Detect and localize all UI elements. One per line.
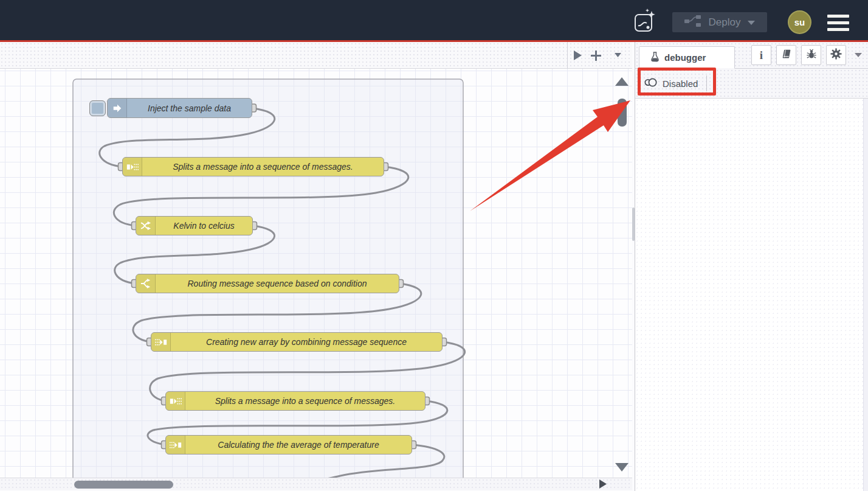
node-label: Calculating the the average of temperatu…: [185, 436, 412, 454]
node-label: Kelvin to celcius: [156, 217, 252, 235]
flow-node-join[interactable]: Creating new array by combining message …: [151, 332, 443, 352]
library-button[interactable]: [776, 45, 796, 65]
bug-icon: [806, 49, 817, 62]
deploy-button[interactable]: Deploy: [672, 12, 767, 32]
deploy-label: Deploy: [709, 16, 741, 29]
node-label: Inject the sample data: [127, 99, 252, 117]
node-label: Creating new array by combining message …: [171, 333, 442, 351]
workspace-canvas: Inject the sample dataSplits a message i…: [0, 42, 632, 491]
tab-bar-separator: [567, 42, 568, 69]
hamburger-icon: [827, 15, 849, 18]
debug-button[interactable]: [801, 45, 821, 65]
settings-button[interactable]: [826, 45, 846, 65]
avatar-initials: su: [794, 17, 805, 27]
flow-node-split[interactable]: Splits a message into a sequence of mess…: [165, 391, 425, 411]
sidebar-scrollbar-track[interactable]: [863, 99, 868, 491]
canvas-scroll-up-button[interactable]: [615, 77, 629, 86]
deploy-menu-chevron-icon[interactable]: [748, 17, 755, 28]
scroll-tabs-right-button[interactable]: [570, 42, 585, 69]
flow-node-switch[interactable]: Routing message sequence based on condit…: [136, 274, 399, 293]
inject-node-button[interactable]: [89, 100, 106, 116]
deploy-icon: [684, 15, 701, 30]
tab-debugger-label: debugger: [664, 52, 706, 63]
canvas-vertical-scrollbar-thumb[interactable]: [618, 99, 627, 127]
debugger-toolbar: Disabled: [635, 69, 868, 99]
change-node-icon: [136, 217, 156, 235]
gear-icon: [830, 48, 842, 62]
debugger-panel-content: [635, 99, 868, 491]
flow-grid[interactable]: Inject the sample dataSplits a message i…: [0, 69, 632, 478]
node-label: Splits a message into a sequence of mess…: [185, 392, 425, 410]
workspace-tab-bar: [0, 42, 632, 69]
flow-node-split[interactable]: Splits a message into a sequence of mess…: [122, 157, 384, 176]
ai-assistant-icon[interactable]: [633, 8, 657, 33]
header-bar: Deploy su: [0, 0, 868, 40]
sidebar-tab-bar: debugger i: [635, 42, 868, 69]
canvas-scroll-right-button[interactable]: [599, 479, 607, 491]
node-label: Routing message sequence based on condit…: [156, 274, 399, 293]
tab-debugger[interactable]: debugger: [639, 46, 735, 69]
canvas-scroll-down-button[interactable]: [615, 463, 629, 472]
switch-node-icon: [136, 274, 156, 293]
info-button[interactable]: i: [751, 45, 771, 65]
flow-node-join[interactable]: Calculating the the average of temperatu…: [165, 435, 412, 454]
toggle-off-icon: [644, 77, 658, 89]
sidebar-menu-chevron-icon[interactable]: [855, 53, 862, 58]
flow-wiring-layer: [0, 69, 632, 478]
flow-node-inject[interactable]: Inject the sample data: [107, 98, 252, 118]
main-menu-button[interactable]: [827, 15, 849, 31]
flow-node-change[interactable]: Kelvin to celcius: [136, 216, 253, 235]
toolbar-separator: [706, 75, 707, 91]
disabled-toggle-label: Disabled: [663, 78, 698, 89]
add-flow-button[interactable]: [588, 42, 604, 69]
node-red-editor: Deploy su: [0, 0, 868, 491]
join-node-icon: [151, 333, 171, 351]
canvas-horizontal-scrollbar-thumb[interactable]: [74, 481, 173, 489]
splitter-drag-handle[interactable]: [632, 207, 635, 241]
sidebar: debugger i: [635, 42, 868, 491]
canvas-horizontal-scrollbar[interactable]: [0, 478, 632, 490]
disabled-toggle-button[interactable]: Disabled: [644, 77, 698, 89]
split-node-icon: [166, 392, 185, 410]
flow-list-menu-button[interactable]: [610, 42, 625, 69]
join-node-icon: [166, 436, 185, 454]
split-node-icon: [123, 158, 142, 176]
inject-node-icon: [108, 99, 127, 117]
info-icon: i: [760, 49, 763, 61]
sidebar-toolbar-buttons: i: [751, 45, 862, 68]
book-icon: [781, 49, 792, 62]
node-label: Splits a message into a sequence of mess…: [142, 158, 384, 176]
user-avatar[interactable]: su: [788, 10, 811, 34]
flask-icon: [650, 52, 660, 64]
